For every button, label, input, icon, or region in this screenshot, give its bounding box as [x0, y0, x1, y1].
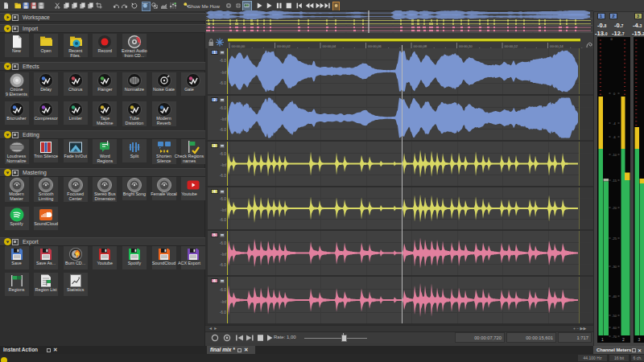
- svg-text:-50: -50: [612, 314, 617, 318]
- svg-text:00:00:12: 00:00:12: [505, 44, 518, 48]
- svg-text:00:00:14: 00:00:14: [550, 44, 564, 48]
- svg-text:00:00:02: 00:00:02: [277, 44, 291, 48]
- svg-text:-30: -30: [612, 265, 617, 269]
- svg-text:-20: -20: [612, 206, 617, 210]
- svg-text:00:00:10: 00:00:10: [459, 44, 473, 48]
- svg-text:-15: -15: [612, 179, 617, 183]
- svg-text:00:00:04: 00:00:04: [323, 44, 336, 48]
- svg-text:00:00:00: 00:00:00: [232, 44, 246, 48]
- svg-text:0: 0: [613, 92, 616, 96]
- svg-text:00:00:06: 00:00:06: [368, 44, 382, 48]
- svg-text:00:00:08: 00:00:08: [414, 44, 427, 48]
- svg-text:-25: -25: [612, 237, 617, 241]
- svg-text:-60: -60: [612, 326, 617, 330]
- svg-text:-6: -6: [613, 135, 616, 139]
- svg-text:-40: -40: [612, 294, 617, 298]
- svg-text:-4: -4: [613, 121, 616, 125]
- svg-text:-10: -10: [612, 153, 617, 157]
- svg-text:-70: -70: [612, 335, 617, 339]
